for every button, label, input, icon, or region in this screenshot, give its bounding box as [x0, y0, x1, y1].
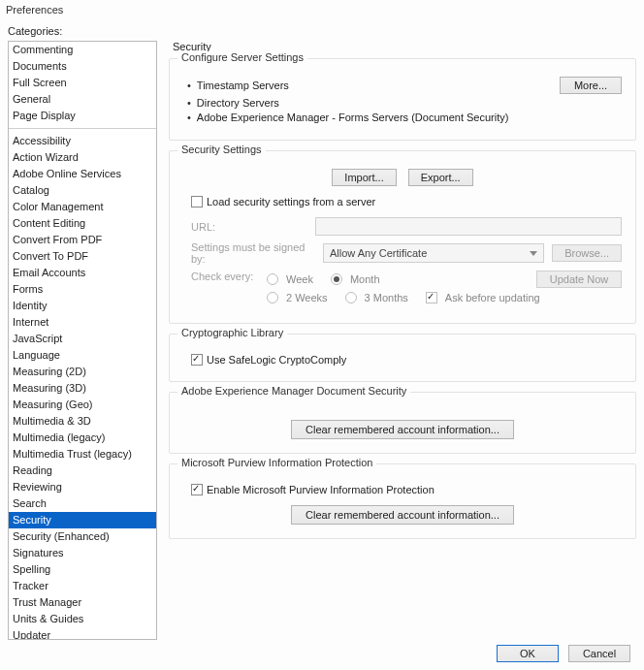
category-item[interactable]: Content Editing [9, 215, 156, 232]
server-item-aem: Adobe Experience Manager - Forms Servers… [187, 112, 622, 123]
category-item[interactable]: Email Accounts [9, 265, 156, 281]
category-item[interactable]: Units & Guides [9, 611, 156, 627]
import-button[interactable]: Import... [332, 169, 396, 186]
radio-2weeks[interactable] [267, 292, 278, 303]
ask-before-checkbox[interactable] [426, 292, 437, 303]
purview-enable-label: Enable Microsoft Purview Information Pro… [207, 484, 435, 495]
category-item[interactable]: Forms [9, 281, 156, 298]
export-button[interactable]: Export... [408, 169, 473, 186]
category-item[interactable]: Internet [9, 314, 156, 331]
signed-by-label: Settings must be signed by: [191, 241, 315, 265]
server-item-directory: Directory Servers [187, 97, 622, 109]
category-item[interactable]: Documents [9, 58, 156, 75]
safelogic-checkbox[interactable] [191, 354, 203, 366]
radio-week[interactable] [267, 273, 278, 285]
radio-month[interactable] [331, 273, 342, 285]
category-item[interactable]: JavaScript [9, 331, 156, 347]
purview-enable-checkbox[interactable] [191, 484, 203, 495]
ok-button[interactable]: OK [497, 645, 559, 662]
more-button[interactable]: More... [560, 77, 622, 94]
crypto-group: Cryptographic Library Use SafeLogic Cryp… [169, 334, 636, 382]
category-item[interactable]: Action Wizard [9, 149, 156, 166]
category-item[interactable]: Trust Manager [9, 594, 156, 611]
category-item[interactable]: Security [9, 512, 156, 528]
security-settings-legend: Security Settings [177, 144, 266, 155]
load-from-server-label: Load security settings from a server [207, 196, 375, 207]
category-item[interactable]: Multimedia & 3D [9, 413, 156, 430]
category-item[interactable]: Language [9, 347, 156, 364]
aem-clear-button[interactable]: Clear remembered account information... [291, 420, 514, 439]
category-item[interactable]: Reviewing [9, 479, 156, 495]
configure-server-group: Configure Server Settings Timestamp Serv… [169, 58, 636, 141]
category-item[interactable]: Catalog [9, 182, 156, 199]
aem-legend: Adobe Experience Manager Document Securi… [177, 385, 410, 397]
category-item[interactable]: Page Display [9, 108, 156, 124]
category-item[interactable]: Spelling [9, 561, 156, 578]
categories-list: CommentingDocumentsFull ScreenGeneralPag… [8, 41, 157, 640]
category-item[interactable]: Security (Enhanced) [9, 528, 156, 545]
server-item-timestamp: Timestamp Servers [187, 80, 289, 91]
cancel-button[interactable]: Cancel [568, 645, 630, 662]
radio-3months[interactable] [345, 292, 357, 303]
purview-legend: Microsoft Purview Information Protection [177, 457, 376, 468]
category-divider [9, 128, 156, 129]
category-item[interactable]: Convert From PDF [9, 232, 156, 248]
category-item[interactable]: Reading [9, 463, 156, 479]
browse-button[interactable]: Browse... [552, 244, 622, 262]
load-from-server-checkbox[interactable] [191, 196, 203, 207]
category-item[interactable]: Updater [9, 627, 156, 640]
category-item[interactable]: Tracker [9, 578, 156, 594]
crypto-legend: Cryptographic Library [177, 327, 287, 338]
category-item[interactable]: Measuring (2D) [9, 364, 156, 380]
category-item[interactable]: Measuring (3D) [9, 380, 156, 397]
url-input[interactable] [315, 217, 622, 236]
url-label: URL: [191, 221, 307, 233]
category-item[interactable]: Convert To PDF [9, 248, 156, 265]
category-item[interactable]: Identity [9, 298, 156, 314]
category-item[interactable]: Measuring (Geo) [9, 397, 156, 413]
window-title: Preferences [0, 0, 644, 19]
category-item[interactable]: Multimedia (legacy) [9, 430, 156, 446]
category-item[interactable]: Full Screen [9, 75, 156, 91]
purview-group: Microsoft Purview Information Protection… [169, 463, 636, 539]
check-every-label: Check every: [191, 271, 259, 282]
category-item[interactable]: Multimedia Trust (legacy) [9, 446, 156, 463]
category-item[interactable]: Accessibility [9, 133, 156, 149]
safelogic-label: Use SafeLogic CryptoComply [207, 354, 346, 366]
configure-server-legend: Configure Server Settings [177, 51, 307, 63]
category-item[interactable]: Search [9, 495, 156, 512]
signed-by-select[interactable]: Allow Any Certificate [323, 243, 544, 263]
purview-clear-button[interactable]: Clear remembered account information... [291, 505, 514, 525]
category-item[interactable]: Commenting [9, 42, 156, 58]
aem-group: Adobe Experience Manager Document Securi… [169, 392, 636, 454]
category-item[interactable]: Signatures [9, 545, 156, 561]
category-item[interactable]: Adobe Online Services [9, 166, 156, 182]
category-item[interactable]: General [9, 91, 156, 108]
category-item[interactable]: Color Management [9, 199, 156, 215]
categories-label: Categories: [8, 25, 157, 37]
security-settings-group: Security Settings Import... Export... Lo… [169, 150, 636, 324]
update-now-button[interactable]: Update Now [536, 271, 622, 288]
